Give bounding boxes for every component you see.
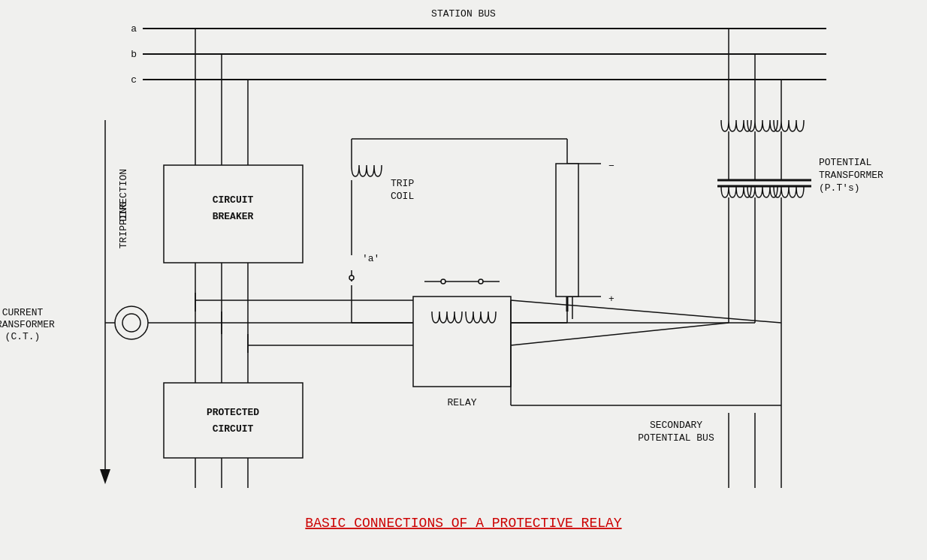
protected-circuit-box	[164, 383, 303, 458]
pt-label2: TRANSFORMER	[819, 170, 883, 181]
ct-symbol-inner	[122, 314, 140, 332]
relay-contact-left	[441, 279, 445, 284]
spb-label1: SECONDARY	[650, 420, 702, 431]
relay-contact-right	[479, 279, 483, 284]
neg-symbol: −	[608, 161, 614, 172]
trip-coil-label1: TRIP	[391, 178, 414, 189]
station-bus-label: STATION BUS	[431, 8, 496, 20]
ct-label3: (C.T.)	[5, 331, 41, 342]
circuit-breaker-text1: CIRCUIT	[213, 194, 254, 206]
diagram-title: BASIC CONNECTIONS OF A PROTECTIVE RELAY	[305, 516, 621, 531]
pt-label3: (P.T's)	[819, 182, 860, 194]
relay-label: RELAY	[447, 397, 476, 408]
protected-circuit-text1: PROTECTED	[207, 407, 259, 418]
relay-box	[413, 297, 511, 387]
pt-label1: POTENTIAL	[819, 157, 871, 168]
tripping-direction-label2: DIRECTION	[118, 169, 129, 221]
circuit-breaker-text2: BREAKER	[213, 211, 254, 222]
diagram-container: STATION BUS a b c TRIPPING DIRECTION CIR…	[0, 0, 927, 560]
ct-label1: CURRENT	[2, 307, 44, 318]
protected-circuit-text2: CIRCUIT	[213, 423, 254, 435]
spb-label2: POTENTIAL BUS	[638, 432, 714, 444]
pos-symbol: +	[608, 294, 614, 305]
ct-label2: TRANSFORMER	[0, 319, 55, 330]
battery-box	[556, 164, 578, 297]
bus-a-label: a	[131, 23, 137, 35]
bus-b-label: b	[131, 49, 137, 60]
svg-rect-0	[0, 0, 927, 560]
bus-c-label: c	[131, 74, 137, 86]
a-contact-symbol	[349, 275, 354, 280]
a-contact-label: 'a'	[362, 253, 379, 264]
trip-coil-label2: COIL	[391, 191, 414, 202]
